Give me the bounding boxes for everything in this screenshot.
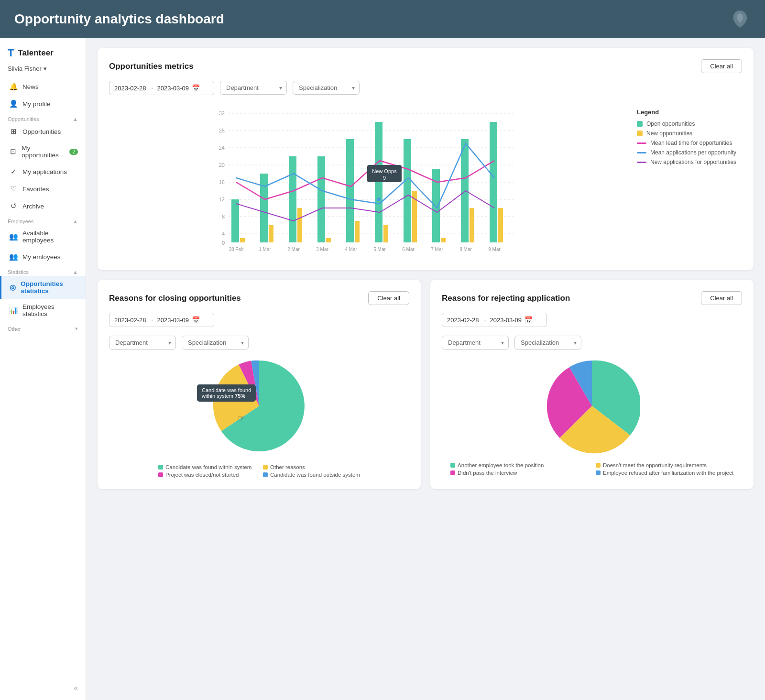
svg-rect-19 — [289, 156, 296, 242]
sidebar-item-label: My profile — [22, 100, 51, 108]
svg-text:3 Mar: 3 Mar — [316, 247, 328, 252]
closing-specialization-select[interactable]: Specialization — [182, 336, 249, 350]
sidebar-item-opportunities[interactable]: ⊞ Opportunities — [0, 123, 86, 140]
app-logo-icon — [730, 9, 751, 30]
closing-legend-2: Project was closed/not started — [158, 472, 255, 478]
date-arrow: → — [149, 85, 154, 91]
svg-rect-33 — [490, 122, 497, 242]
bar-chart-svg: 32 28 24 20 16 12 8 4 0 — [109, 104, 625, 257]
heart-icon: ♡ — [9, 185, 18, 193]
svg-rect-18 — [269, 225, 273, 242]
rejecting-clear-all-button[interactable]: Clear all — [701, 291, 742, 305]
person-icon: 👤 — [9, 99, 18, 108]
closing-tooltip: Candidate was foundwithin system 75% — [197, 384, 256, 402]
svg-text:0: 0 — [222, 240, 225, 246]
metrics-chart-area: 32 28 24 20 16 12 8 4 0 — [109, 104, 625, 259]
rejecting-specialization-wrap: Specialization — [514, 336, 581, 350]
metrics-department-select[interactable]: Department — [220, 81, 287, 95]
metrics-card-title: Opportunities metrics — [109, 62, 194, 71]
closing-department-select[interactable]: Department — [109, 336, 176, 350]
section-other: Other ▾ — [0, 322, 86, 333]
metrics-department-wrap: Department — [220, 81, 287, 95]
sidebar-item-my-employees[interactable]: 👥 My emloyees — [0, 248, 86, 265]
svg-text:2 Mar: 2 Mar — [287, 247, 300, 252]
user-name: Silvia Fisher — [8, 65, 42, 72]
calendar-icon[interactable]: 📅 — [192, 84, 200, 92]
sidebar-item-my-opportunities[interactable]: ⊡ My opportunities 2 — [0, 140, 86, 163]
rejecting-filters2: Department Specialization — [442, 336, 742, 350]
brand: T Talenteer — [0, 38, 86, 63]
svg-text:8 Mar: 8 Mar — [459, 247, 472, 252]
closing-specialization-wrap: Specialization — [182, 336, 249, 350]
closing-clear-all-button[interactable]: Clear all — [368, 291, 409, 305]
section-statistics: Statistics ▲ — [0, 265, 86, 276]
legend-label-newapps: New applications for opportunities — [650, 159, 736, 165]
sidebar-collapse-button[interactable]: « — [74, 684, 78, 692]
chevron-down-icon: ▾ — [44, 65, 47, 72]
sidebar-item-label: My opportunities — [22, 144, 65, 159]
sidebar-item-available-employees[interactable]: 👥 Available employees — [0, 225, 86, 248]
sidebar-bottom: « — [0, 679, 86, 697]
bottom-cards: Reasons for closing opportunities Clear … — [98, 280, 754, 499]
legend-label-meanapps: Mean applications per opportunity — [650, 149, 736, 156]
collapse-statistics-icon[interactable]: ▲ — [73, 269, 78, 275]
legend-color-leadtime — [637, 142, 646, 144]
section-employees: Employees ▲ — [0, 215, 86, 225]
sidebar-item-my-profile[interactable]: 👤 My profile — [0, 95, 86, 112]
sidebar-item-employees-statistics[interactable]: 📊 Employees statistics — [0, 299, 86, 322]
main-content: Opportunities metrics Clear all 2023-02-… — [86, 38, 765, 700]
sidebar-item-opportunities-statistics[interactable]: ◎ Opportunities statistics — [0, 276, 86, 299]
sidebar-item-label: Available employees — [22, 230, 78, 244]
tooltip-dot — [377, 197, 381, 201]
app-layout: T Talenteer Silvia Fisher ▾ 🔔 News 👤 My … — [0, 38, 765, 700]
legend-item-new: New opportunities — [637, 130, 742, 137]
rejecting-department-select[interactable]: Department — [442, 336, 509, 350]
legend-color-open — [637, 121, 643, 127]
closing-date-range[interactable]: 2023-02-28 → 2023-03-09 📅 — [109, 313, 214, 327]
sidebar-item-label: My applications — [22, 168, 67, 175]
collapse-opportunities-icon[interactable]: ▲ — [73, 116, 78, 122]
sidebar-item-favorites[interactable]: ♡ Favorites — [0, 180, 86, 197]
closing-department-wrap: Department — [109, 336, 176, 350]
closing-date-to: 2023-03-09 — [157, 317, 189, 324]
rejecting-specialization-select[interactable]: Specialization — [514, 336, 581, 350]
legend-color-newapps — [637, 162, 646, 163]
sidebar-item-label: My emloyees — [22, 253, 61, 261]
rejecting-department-wrap: Department — [442, 336, 509, 350]
sidebar-item-my-applications[interactable]: ✓ My applications — [0, 163, 86, 180]
user-menu[interactable]: Silvia Fisher ▾ — [0, 63, 86, 78]
metrics-clear-all-button[interactable]: Clear all — [701, 59, 742, 73]
tooltip-value: 9 — [383, 175, 386, 181]
metrics-date-range[interactable]: 2023-02-28 → 2023-03-09 📅 — [109, 81, 214, 95]
list-icon: ⊡ — [9, 147, 17, 156]
grid-icon: ⊞ — [9, 127, 18, 136]
closing-tooltip-text: Candidate was foundwithin system 75% — [202, 387, 251, 399]
closing-card-header: Reasons for closing opportunities Clear … — [109, 291, 409, 305]
svg-rect-17 — [260, 174, 268, 242]
page-title: Opportunity analytics dashboard — [14, 11, 224, 27]
svg-text:8: 8 — [222, 214, 225, 219]
metrics-date-to: 2023-03-09 — [157, 85, 189, 92]
legend-item-leadtime: Mean lead time for opportunities — [637, 140, 742, 146]
sidebar: T Talenteer Silvia Fisher ▾ 🔔 News 👤 My … — [0, 38, 86, 700]
rej-legend-3: Employee refused after familiarization w… — [596, 470, 733, 476]
closing-calendar-icon[interactable]: 📅 — [192, 316, 200, 324]
legend-color-meanapps — [637, 152, 646, 153]
archive-icon: ↺ — [9, 202, 18, 210]
rejecting-date-range[interactable]: 2023-02-28 → 2023-03-09 📅 — [442, 313, 547, 327]
sidebar-item-label: Favorites — [22, 186, 49, 193]
svg-text:5 Mar: 5 Mar — [373, 247, 386, 252]
collapse-other-icon[interactable]: ▾ — [75, 326, 78, 332]
svg-rect-31 — [461, 139, 469, 242]
sidebar-item-news[interactable]: 🔔 News — [0, 78, 86, 95]
tooltip-label: New Opps — [372, 168, 397, 174]
collapse-employees-icon[interactable]: ▲ — [73, 219, 78, 224]
svg-text:28: 28 — [219, 128, 225, 133]
sidebar-item-archive[interactable]: ↺ Archive — [0, 197, 86, 215]
bar-new — [240, 238, 245, 242]
svg-rect-32 — [470, 208, 474, 242]
metrics-specialization-select[interactable]: Specialization — [293, 81, 360, 95]
svg-text:32: 32 — [219, 110, 225, 116]
rejecting-calendar-icon[interactable]: 📅 — [525, 316, 533, 324]
bell-icon: 🔔 — [9, 82, 18, 91]
